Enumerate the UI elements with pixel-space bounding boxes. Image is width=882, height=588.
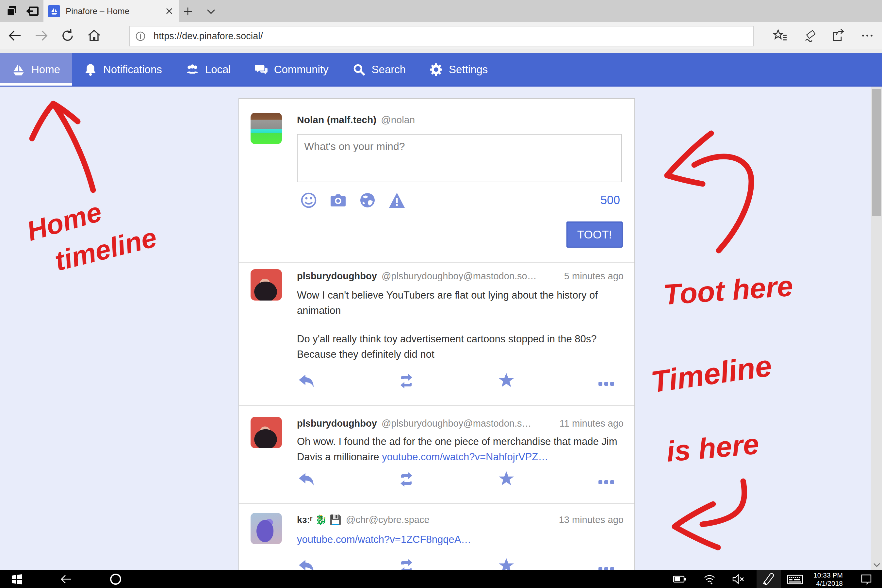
avatar[interactable] bbox=[250, 417, 282, 448]
nav-label-notifications: Notifications bbox=[103, 63, 162, 76]
people-icon bbox=[186, 63, 199, 76]
favorite-star-icon[interactable] bbox=[496, 558, 516, 570]
tab-stack-icon[interactable] bbox=[6, 4, 19, 18]
nav-item-search[interactable]: Search bbox=[340, 53, 418, 86]
nav-item-notifications[interactable]: Notifications bbox=[72, 53, 174, 86]
divider bbox=[239, 503, 634, 504]
boost-icon[interactable] bbox=[397, 374, 416, 389]
taskbar: 10:33 PM 4/1/2018 bbox=[0, 570, 882, 588]
refresh-icon[interactable] bbox=[60, 28, 75, 43]
divider bbox=[239, 262, 634, 262]
nav-label-settings: Settings bbox=[449, 63, 488, 76]
toot-body: youtube.com/watch?v=1ZCF8ngqeA… bbox=[297, 532, 622, 547]
compose-user-row: Nolan (malf.tech) @nolan bbox=[297, 114, 624, 126]
more-dots-icon[interactable] bbox=[597, 376, 616, 392]
browser-tab-bar: Pinafore – Home bbox=[0, 0, 882, 22]
avatar[interactable] bbox=[250, 113, 282, 144]
toot-display-name[interactable]: plsburydoughboy bbox=[297, 271, 377, 282]
address-bar[interactable] bbox=[129, 26, 754, 46]
windows-start-icon[interactable] bbox=[10, 572, 24, 586]
toot-body: Wow I can't believe YouTubers are flat o… bbox=[297, 288, 622, 318]
toot-handle[interactable]: @plsburydoughboy@mastodon.s… bbox=[381, 418, 531, 429]
compose-handle[interactable]: @nolan bbox=[381, 114, 415, 126]
content-warning-icon[interactable] bbox=[388, 191, 406, 209]
divider bbox=[239, 405, 634, 406]
toot-display-name[interactable]: kз:ʳ 🐉 💾 bbox=[297, 514, 341, 525]
clock-time: 10:33 PM bbox=[797, 571, 843, 579]
toot-timestamp[interactable]: 11 minutes ago bbox=[560, 418, 624, 429]
clock-date: 4/1/2018 bbox=[797, 579, 843, 587]
toot-link[interactable]: youtube.com/watch?v=1ZCF8ngqeA… bbox=[297, 534, 471, 545]
speech-bubbles-icon bbox=[255, 63, 268, 76]
cortana-icon[interactable] bbox=[108, 572, 123, 586]
toot-display-name[interactable]: plsburydoughboy bbox=[297, 418, 377, 429]
timeline-card: Nolan (malf.tech) @nolan bbox=[238, 98, 635, 570]
sailboat-icon bbox=[12, 63, 26, 76]
toot-body: Oh wow. I found the ad for the one piece… bbox=[297, 434, 622, 465]
nav-item-community[interactable]: Community bbox=[243, 53, 340, 86]
avatar[interactable] bbox=[250, 269, 282, 300]
toot-body: Do y'all really think toy advertisement … bbox=[297, 331, 622, 362]
toot-button[interactable]: TOOT! bbox=[567, 222, 622, 248]
action-center-icon[interactable] bbox=[859, 572, 873, 586]
emoji-icon[interactable] bbox=[300, 191, 318, 209]
pinafore-favicon bbox=[48, 5, 60, 17]
toot-link[interactable]: youtube.com/watch?v=NahfojrVPZ… bbox=[382, 451, 548, 462]
toot-handle[interactable]: @chr@cybre.space bbox=[346, 514, 430, 525]
wifi-icon[interactable] bbox=[702, 572, 717, 586]
page-info-icon[interactable] bbox=[135, 31, 146, 42]
browser-tab-pinafore[interactable]: Pinafore – Home bbox=[44, 0, 178, 22]
char-counter: 500 bbox=[600, 194, 620, 207]
boost-icon[interactable] bbox=[397, 472, 416, 488]
close-tab-icon[interactable] bbox=[164, 6, 174, 16]
toot-timestamp[interactable]: 13 minutes ago bbox=[559, 514, 624, 525]
globe-icon[interactable] bbox=[358, 191, 376, 209]
nav-label-community: Community bbox=[274, 63, 328, 76]
camera-icon[interactable] bbox=[329, 191, 347, 209]
favorites-hub-icon[interactable] bbox=[772, 28, 788, 43]
page-scrollbar-thumb[interactable] bbox=[872, 89, 881, 216]
magnifier-icon bbox=[352, 63, 366, 76]
muted-speaker-icon[interactable] bbox=[731, 572, 746, 586]
nav-label-home: Home bbox=[32, 63, 60, 76]
nav-label-local: Local bbox=[205, 63, 231, 76]
bell-icon bbox=[84, 63, 98, 76]
battery-icon[interactable] bbox=[672, 572, 687, 586]
scrollbar-down-arrow-icon[interactable] bbox=[873, 562, 881, 568]
favorite-star-icon[interactable] bbox=[496, 372, 516, 388]
favorite-star-icon[interactable] bbox=[496, 471, 516, 486]
pen-icon[interactable] bbox=[761, 572, 776, 586]
back-icon[interactable] bbox=[59, 572, 73, 586]
reply-icon[interactable] bbox=[297, 559, 316, 570]
share-icon[interactable] bbox=[831, 28, 846, 43]
taskbar-clock[interactable]: 10:33 PM 4/1/2018 bbox=[797, 571, 843, 587]
pinafore-nav-bar: Home Notifications Local Community bbox=[0, 53, 882, 87]
more-options-icon[interactable] bbox=[860, 28, 875, 43]
reply-icon[interactable] bbox=[297, 374, 316, 389]
toot-user-row: kз:ʳ 🐉 💾 @chr@cybre.space 13 minutes ago bbox=[297, 514, 624, 525]
toot-handle[interactable]: @plsburydoughboy@mastodon.so… bbox=[381, 271, 537, 282]
toot-timestamp[interactable]: 5 minutes ago bbox=[564, 271, 624, 282]
nav-item-settings[interactable]: Settings bbox=[417, 53, 500, 86]
set-tabs-aside-icon[interactable] bbox=[26, 4, 39, 18]
nav-item-home[interactable]: Home bbox=[0, 53, 72, 86]
nav-item-local[interactable]: Local bbox=[174, 53, 243, 86]
more-dots-icon[interactable] bbox=[597, 475, 616, 490]
boost-icon[interactable] bbox=[397, 559, 416, 570]
toot-user-row: plsburydoughboy @plsburydoughboy@mastodo… bbox=[297, 271, 624, 282]
compose-display-name[interactable]: Nolan (malf.tech) bbox=[297, 114, 376, 126]
web-note-pen-icon[interactable] bbox=[803, 28, 818, 43]
tab-list-chevron-icon[interactable] bbox=[207, 9, 216, 15]
compose-input[interactable] bbox=[297, 134, 622, 182]
url-input[interactable] bbox=[153, 30, 748, 42]
new-tab-icon[interactable] bbox=[183, 6, 193, 16]
home-icon[interactable] bbox=[87, 28, 102, 43]
forward-icon[interactable] bbox=[34, 28, 49, 43]
screenshot-root: Pinafore – Home bbox=[0, 0, 882, 588]
back-icon[interactable] bbox=[8, 28, 22, 43]
more-dots-icon[interactable] bbox=[597, 561, 616, 570]
tab-title: Pinafore – Home bbox=[66, 6, 164, 16]
gear-icon bbox=[429, 63, 443, 76]
avatar[interactable] bbox=[250, 513, 282, 544]
reply-icon[interactable] bbox=[297, 472, 316, 488]
